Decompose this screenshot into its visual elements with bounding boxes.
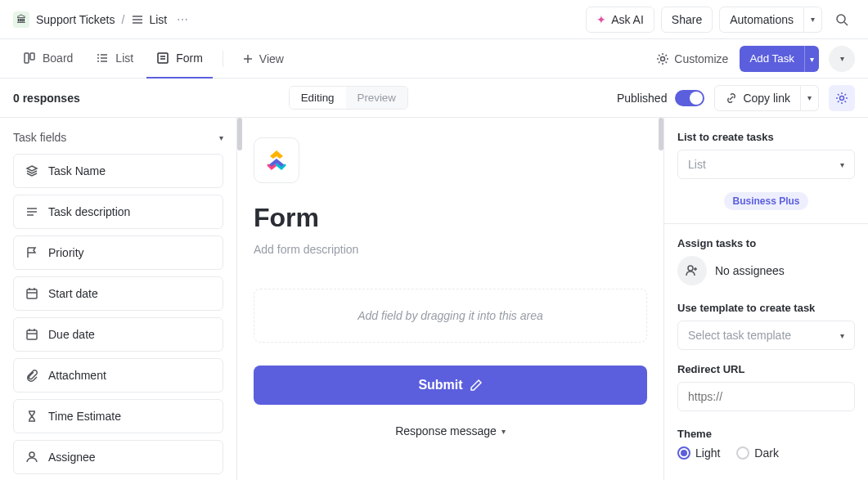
responses-count[interactable]: 0 responses [13, 92, 80, 105]
radio-dot [677, 446, 690, 460]
tab-board[interactable]: Board [13, 39, 83, 79]
field-start-date[interactable]: Start date [13, 276, 223, 311]
add-assignee-icon [677, 256, 707, 285]
response-message[interactable]: Response message ▾ [254, 424, 647, 437]
field-time-estimate[interactable]: Time Estimate [13, 399, 223, 433]
sparkle-icon: ✦ [596, 13, 606, 26]
task-icon [25, 164, 38, 177]
submit-button[interactable]: Submit [254, 366, 647, 405]
list-icon [96, 52, 109, 65]
field-attachment[interactable]: Attachment [13, 358, 223, 393]
svg-point-18 [661, 56, 665, 61]
form-canvas: Form Add form description Add field by d… [237, 118, 663, 480]
workspace-icon[interactable]: 🏛 [13, 11, 29, 28]
svg-rect-23 [27, 289, 37, 298]
tab-list[interactable]: List [86, 39, 143, 79]
view-bar: Board List Form View Customize Add Task … [0, 39, 868, 79]
divider [664, 223, 868, 224]
svg-point-3 [837, 15, 845, 23]
svg-point-33 [688, 266, 693, 271]
svg-rect-13 [158, 53, 168, 63]
add-task-group: Add Task ▾ [740, 46, 819, 72]
published-toggle[interactable] [675, 90, 704, 106]
more-menu[interactable]: ▾ [829, 46, 855, 72]
form-icon [156, 52, 169, 65]
form-description[interactable]: Add form description [254, 243, 647, 256]
customize-button[interactable]: Customize [648, 46, 736, 72]
svg-point-9 [97, 57, 99, 59]
automations-group: Automations ▾ [719, 7, 822, 33]
assignees-control[interactable]: No assignees [677, 256, 855, 285]
assign-label: Assign tasks to [677, 237, 855, 249]
form-settings-button[interactable] [829, 85, 855, 111]
no-assignees-label: No assignees [715, 264, 785, 277]
mode-editing[interactable]: Editing [290, 87, 346, 109]
person-icon [25, 451, 38, 464]
automations-button[interactable]: Automations [719, 7, 804, 33]
add-view-button[interactable]: View [233, 46, 292, 72]
template-select[interactable]: Select task template ▾ [677, 321, 855, 350]
theme-light[interactable]: Light [677, 446, 720, 460]
field-task-name[interactable]: Task Name [13, 154, 223, 188]
copy-link-dropdown[interactable]: ▾ [801, 85, 819, 111]
link-icon [725, 92, 738, 105]
svg-rect-27 [27, 330, 37, 339]
theme-label: Theme [677, 428, 855, 440]
right-scroll-indicator [659, 118, 663, 150]
pencil-icon [470, 379, 483, 392]
field-due-date[interactable]: Due date [13, 317, 223, 352]
svg-rect-6 [30, 53, 34, 60]
search-button[interactable] [829, 7, 855, 33]
redirect-label: Redirect URL [677, 363, 855, 375]
breadcrumb-list[interactable]: List [131, 13, 167, 26]
svg-point-11 [97, 61, 99, 62]
top-bar: 🏛 Support Tickets / List ⋯ ✦Ask AI Share… [0, 0, 868, 39]
list-select-label: List to create tasks [677, 131, 855, 143]
field-priority[interactable]: Priority [13, 236, 223, 270]
field-assignee[interactable]: Assignee [13, 440, 223, 474]
clickup-icon [263, 147, 290, 173]
share-button[interactable]: Share [661, 7, 713, 33]
flag-icon [25, 246, 38, 259]
mode-segment: Editing Preview [289, 86, 408, 110]
sub-bar: 0 responses Editing Preview Published Co… [0, 79, 868, 118]
add-task-button[interactable]: Add Task [740, 46, 804, 72]
field-task-description[interactable]: Task description [13, 195, 223, 229]
tab-form[interactable]: Form [146, 39, 213, 79]
breadcrumb-sep: / [122, 13, 125, 26]
copy-link-button[interactable]: Copy link [714, 85, 801, 111]
add-task-dropdown[interactable]: ▾ [804, 46, 819, 72]
published-control: Published [617, 90, 705, 106]
main-area: Task fields ▾ Task Name Task description… [0, 118, 868, 480]
breadcrumb-more[interactable]: ⋯ [173, 13, 191, 26]
redirect-input[interactable] [677, 382, 855, 411]
chevron-down-icon: ▾ [501, 427, 506, 436]
hourglass-icon [25, 410, 38, 423]
board-icon [23, 52, 36, 65]
gear-icon [656, 52, 669, 65]
breadcrumb-workspace[interactable]: Support Tickets [36, 13, 115, 26]
list-select[interactable]: List ▾ [677, 150, 855, 179]
ask-ai-button[interactable]: ✦Ask AI [586, 7, 654, 33]
drop-zone[interactable]: Add field by dragging it into this area [254, 289, 647, 343]
text-icon [25, 205, 38, 218]
divider [223, 51, 223, 67]
task-fields-panel: Task fields ▾ Task Name Task description… [0, 118, 237, 480]
theme-dark[interactable]: Dark [736, 446, 779, 460]
left-scroll-indicator [237, 118, 242, 150]
svg-line-4 [844, 22, 848, 25]
svg-point-19 [840, 96, 844, 100]
breadcrumb: 🏛 Support Tickets / List ⋯ [13, 11, 191, 28]
chevron-down-icon: ▾ [219, 133, 223, 142]
chevron-down-icon: ▾ [807, 93, 812, 102]
radio-dot [736, 446, 749, 460]
mode-preview[interactable]: Preview [346, 87, 407, 109]
plan-badge[interactable]: Business Plus [724, 192, 807, 210]
form-logo[interactable] [254, 137, 299, 183]
form-title[interactable]: Form [254, 203, 647, 233]
settings-panel: List to create tasks List ▾ Business Plu… [663, 118, 868, 480]
task-fields-header[interactable]: Task fields ▾ [13, 131, 223, 144]
attachment-icon [25, 369, 38, 382]
automations-dropdown[interactable]: ▾ [804, 7, 822, 33]
chevron-down-icon: ▾ [810, 55, 814, 64]
